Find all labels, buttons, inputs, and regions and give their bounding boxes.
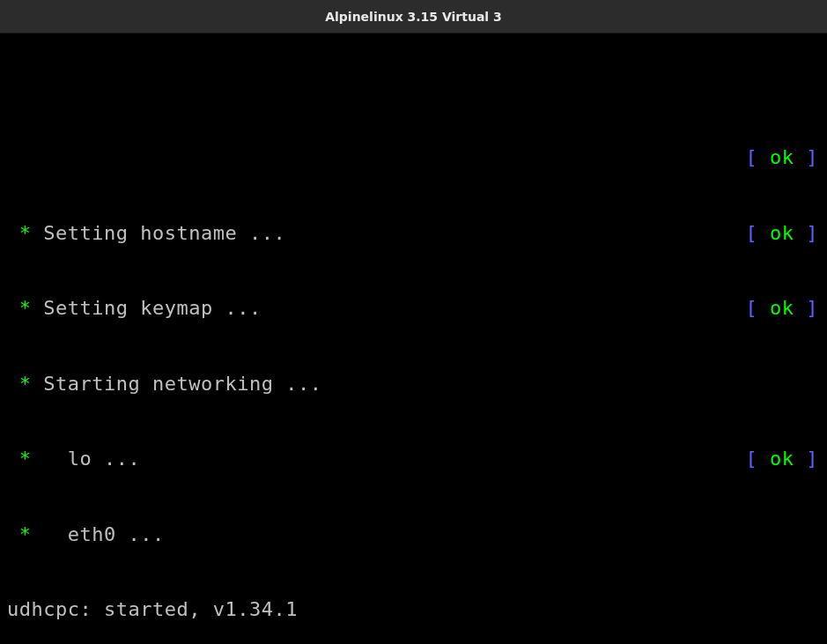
boot-line-lo: * lo ... [ ok ] xyxy=(7,447,820,472)
status-ok: [ ok ] xyxy=(746,296,821,322)
boot-line-hostname: * Setting hostname ... [ ok ] xyxy=(7,221,820,247)
boot-line-keymap: * Setting keymap ... [ ok ] xyxy=(7,296,820,322)
boot-line-status-only: [ ok ] xyxy=(7,145,820,171)
terminal-output[interactable]: [ ok ] * Setting hostname ... [ ok ] * S… xyxy=(0,33,827,644)
status-ok: [ ok ] xyxy=(746,145,821,171)
status-ok: [ ok ] xyxy=(746,221,821,247)
boot-line-networking: * Starting networking ... xyxy=(7,372,820,397)
udhcpc-line: udhcpc: started, v1.34.1 xyxy=(7,597,820,623)
window-titlebar: Alpinelinux 3.15 Virtual 3 xyxy=(0,0,827,33)
status-ok: [ ok ] xyxy=(746,447,821,472)
boot-line-eth0: * eth0 ... xyxy=(7,522,820,548)
window-title: Alpinelinux 3.15 Virtual 3 xyxy=(325,10,502,24)
